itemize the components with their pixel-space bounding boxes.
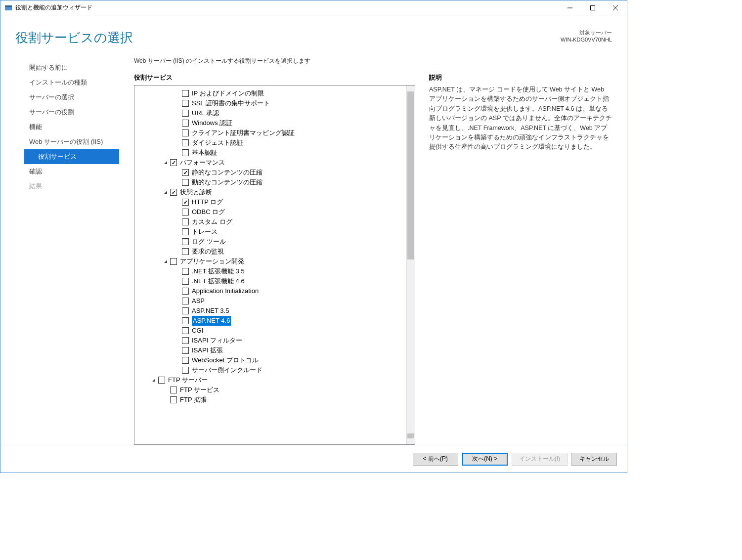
expander-icon[interactable]: [162, 189, 169, 196]
checkbox[interactable]: [182, 238, 189, 245]
checkbox[interactable]: [182, 288, 189, 295]
checkbox[interactable]: [182, 327, 189, 334]
tree-item-label[interactable]: FTP 拡張: [180, 395, 207, 405]
tree-item-label[interactable]: 要求の監視: [192, 247, 224, 257]
checkbox[interactable]: [182, 179, 189, 186]
checkbox[interactable]: [182, 100, 189, 107]
cancel-button[interactable]: キャンセル: [571, 453, 617, 466]
checkbox[interactable]: [182, 347, 189, 354]
checkbox[interactable]: [182, 218, 189, 225]
tree-row[interactable]: ODBC ログ: [134, 207, 406, 217]
tree-row[interactable]: Application Initialization: [134, 286, 406, 296]
expander-icon[interactable]: [162, 159, 169, 166]
install-button[interactable]: インストール(I): [512, 453, 567, 466]
scrollbar-thumb-end[interactable]: [407, 433, 414, 438]
tree-row[interactable]: 要求の監視: [134, 247, 406, 257]
previous-button[interactable]: < 前へ(P): [413, 453, 458, 466]
tree-row[interactable]: FTP サーバー: [134, 375, 406, 385]
checkbox[interactable]: [182, 120, 189, 127]
tree-item-label[interactable]: アプリケーション開発: [180, 257, 244, 266]
tree-row[interactable]: .NET 拡張機能 3.5: [134, 266, 406, 276]
checkbox[interactable]: [182, 199, 189, 206]
tree-row[interactable]: ASP.NET 4.6: [134, 316, 406, 326]
scrollbar-thumb[interactable]: [407, 91, 414, 259]
tree-item-label[interactable]: パフォーマンス: [180, 158, 225, 168]
tree-row[interactable]: パフォーマンス: [134, 158, 406, 168]
expander-icon[interactable]: [150, 377, 157, 384]
checkbox[interactable]: [170, 258, 177, 265]
tree-item-label[interactable]: ISAPI フィルター: [192, 336, 242, 345]
tree-row[interactable]: IP およびドメインの制限: [134, 88, 406, 98]
tree-item-label[interactable]: SSL 証明書の集中サポート: [192, 98, 270, 108]
sidebar-step-1[interactable]: インストールの種類: [24, 75, 119, 90]
next-button[interactable]: 次へ(N) >: [462, 453, 508, 466]
tree-item-label[interactable]: FTP サービス: [180, 385, 219, 395]
tree-item-label[interactable]: カスタム ログ: [192, 217, 232, 227]
sidebar-step-6[interactable]: 役割サービス: [24, 149, 119, 164]
tree-item-label[interactable]: ASP: [192, 296, 205, 306]
tree-row[interactable]: URL 承認: [134, 108, 406, 118]
tree-row[interactable]: クライアント証明書マッピング認証: [134, 128, 406, 138]
sidebar-step-2[interactable]: サーバーの選択: [24, 90, 119, 105]
tree-item-label[interactable]: FTP サーバー: [168, 375, 208, 385]
tree-item-label[interactable]: URL 承認: [192, 108, 219, 118]
tree-row[interactable]: ISAPI 拡張: [134, 345, 406, 355]
tree-item-label[interactable]: ログ ツール: [192, 237, 226, 247]
checkbox[interactable]: [182, 129, 189, 136]
sidebar-step-7[interactable]: 確認: [24, 164, 119, 179]
tree-row[interactable]: ASP.NET 3.5: [134, 306, 406, 316]
tree-item-label[interactable]: ISAPI 拡張: [192, 345, 223, 355]
scrollbar[interactable]: [406, 86, 415, 444]
checkbox[interactable]: [182, 90, 189, 97]
checkbox[interactable]: [182, 139, 189, 146]
checkbox[interactable]: [170, 189, 177, 196]
checkbox[interactable]: [182, 268, 189, 275]
tree-row[interactable]: ISAPI フィルター: [134, 336, 406, 345]
tree-item-label[interactable]: ASP.NET 4.6: [192, 316, 231, 326]
tree-row[interactable]: カスタム ログ: [134, 217, 406, 227]
tree-row[interactable]: CGI: [134, 326, 406, 336]
sidebar-step-4[interactable]: 機能: [24, 120, 119, 134]
tree-row[interactable]: 基本認証: [134, 148, 406, 158]
tree-item-label[interactable]: クライアント証明書マッピング認証: [192, 128, 295, 138]
checkbox[interactable]: [182, 367, 189, 374]
tree-item-label[interactable]: WebSocket プロトコル: [192, 355, 259, 365]
checkbox[interactable]: [170, 387, 177, 393]
tree-item-label[interactable]: 状態と診断: [180, 187, 212, 197]
checkbox[interactable]: [182, 317, 189, 324]
tree-row[interactable]: 動的なコンテンツの圧縮: [134, 177, 406, 187]
close-button[interactable]: [604, 0, 627, 15]
checkbox[interactable]: [182, 228, 189, 235]
tree-item-label[interactable]: .NET 拡張機能 3.5: [192, 266, 245, 276]
tree-item-label[interactable]: トレース: [192, 227, 218, 237]
tree-row[interactable]: ダイジェスト認証: [134, 138, 406, 148]
tree-row[interactable]: FTP 拡張: [134, 395, 406, 405]
sidebar-step-3[interactable]: サーバーの役割: [24, 105, 119, 120]
tree-row[interactable]: 静的なコンテンツの圧縮: [134, 168, 406, 177]
tree-row[interactable]: .NET 拡張機能 4.6: [134, 276, 406, 286]
checkbox[interactable]: [170, 159, 177, 166]
maximize-button[interactable]: [581, 0, 604, 15]
tree-item-label[interactable]: 基本認証: [192, 148, 218, 158]
checkbox[interactable]: [182, 307, 189, 314]
checkbox[interactable]: [182, 169, 189, 176]
tree-row[interactable]: FTP サービス: [134, 385, 406, 395]
checkbox[interactable]: [182, 110, 189, 117]
checkbox[interactable]: [182, 337, 189, 344]
tree-item-label[interactable]: 動的なコンテンツの圧縮: [192, 177, 262, 187]
checkbox[interactable]: [182, 278, 189, 285]
checkbox[interactable]: [182, 298, 189, 304]
tree-item-label[interactable]: ASP.NET 3.5: [192, 306, 229, 316]
tree-item-label[interactable]: サーバー側インクルード: [192, 365, 262, 375]
checkbox[interactable]: [182, 357, 189, 364]
tree-item-label[interactable]: .NET 拡張機能 4.6: [192, 276, 245, 286]
tree-item-label[interactable]: ダイジェスト認証: [192, 138, 243, 148]
tree-row[interactable]: サーバー側インクルード: [134, 365, 406, 375]
checkbox[interactable]: [182, 209, 189, 215]
tree-item-label[interactable]: Application Initialization: [192, 286, 259, 296]
tree-row[interactable]: アプリケーション開発: [134, 257, 406, 266]
tree-item-label[interactable]: IP およびドメインの制限: [192, 88, 264, 98]
sidebar-step-0[interactable]: 開始する前に: [24, 60, 119, 75]
tree-row[interactable]: Windows 認証: [134, 118, 406, 128]
sidebar-step-5[interactable]: Web サーバーの役割 (IIS): [24, 134, 119, 149]
